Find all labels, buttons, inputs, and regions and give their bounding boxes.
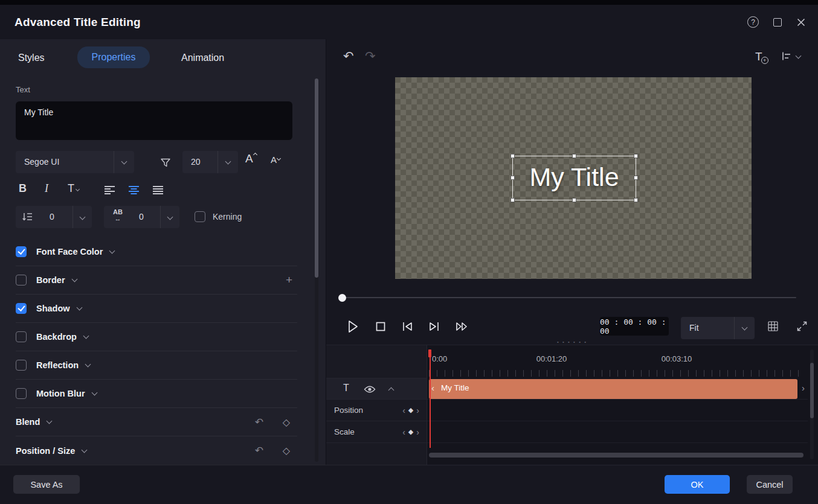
chevron-down-icon[interactable] (82, 447, 88, 453)
letter-spacing-dropdown[interactable] (160, 206, 179, 228)
font-size-dropdown[interactable] (217, 151, 238, 173)
panel-scrollbar[interactable] (315, 78, 318, 462)
kerning-checkbox[interactable] (195, 211, 205, 222)
ok-button[interactable]: OK (665, 475, 730, 494)
title-clip[interactable]: ‹ My Title › (429, 379, 797, 399)
resize-handle[interactable] (510, 176, 515, 180)
font-family-dropdown[interactable] (114, 151, 134, 173)
font-size-select[interactable]: 20 (182, 151, 238, 173)
section-reflection[interactable]: Reflection (16, 351, 297, 380)
previous-keyframe-icon[interactable]: ‹ (402, 406, 405, 415)
tab-styles[interactable]: Styles (18, 48, 45, 68)
panel-splitter-handle[interactable]: • • • • • • (326, 339, 818, 345)
section-shadow[interactable]: Shadow (16, 295, 297, 323)
align-left-button[interactable] (104, 185, 115, 195)
resize-handle[interactable] (572, 198, 576, 202)
scrollbar-thumb[interactable] (810, 363, 814, 418)
play-button[interactable] (343, 317, 362, 336)
keyframe-icon[interactable]: ◇ (283, 445, 290, 456)
tab-properties[interactable]: Properties (77, 46, 150, 68)
align-center-button[interactable] (128, 185, 140, 195)
chevron-down-icon[interactable] (71, 276, 77, 282)
previous-keyframe-icon[interactable]: ‹ (402, 428, 405, 436)
letter-spacing-control[interactable]: AB ↔ 0 (104, 206, 179, 228)
grid-toggle-icon[interactable] (767, 320, 779, 333)
resize-handle[interactable] (634, 198, 638, 202)
line-spacing-control[interactable]: 0 (16, 206, 92, 228)
section-blend[interactable]: Blend ↶ ◇ (16, 408, 297, 436)
chevron-down-icon[interactable] (91, 390, 97, 396)
timeline-vertical-scrollbar[interactable] (810, 349, 814, 459)
font-filter-icon[interactable] (157, 156, 174, 169)
scrollbar-thumb[interactable] (429, 453, 804, 458)
add-keyframe-icon[interactable]: ◆ (408, 407, 413, 413)
seek-track[interactable] (341, 297, 796, 298)
visibility-eye-icon[interactable] (364, 385, 376, 394)
text-options-button[interactable]: T (68, 182, 79, 195)
maximize-icon[interactable] (773, 18, 782, 27)
close-icon[interactable] (796, 18, 806, 27)
stop-button[interactable] (371, 317, 390, 336)
seek-handle[interactable] (338, 294, 346, 302)
scrollbar-thumb[interactable] (315, 78, 318, 278)
title-text-input[interactable]: My Title (16, 101, 292, 140)
section-border[interactable]: Border + (16, 266, 297, 295)
section-backdrop[interactable]: Backdrop (16, 323, 297, 351)
reset-icon[interactable]: ↶ (255, 416, 263, 429)
chevron-down-icon[interactable] (47, 418, 53, 424)
next-keyframe-icon[interactable]: › (416, 406, 419, 415)
chevron-down-icon[interactable] (109, 248, 115, 254)
font-face-color-checkbox[interactable] (16, 246, 27, 257)
save-as-button[interactable]: Save As (13, 475, 80, 494)
redo-icon[interactable]: ↷ (365, 49, 376, 63)
title-selection-box[interactable]: My Title (512, 156, 636, 200)
reflection-checkbox[interactable] (16, 360, 27, 371)
undo-icon[interactable]: ↶ (343, 49, 354, 63)
chevron-down-icon[interactable] (76, 305, 82, 311)
add-keyframe-icon[interactable]: ◆ (408, 429, 413, 435)
line-spacing-dropdown[interactable] (72, 206, 92, 228)
decrease-font-size-icon[interactable]: A (271, 155, 280, 165)
cancel-button[interactable]: Cancel (747, 475, 793, 494)
chevron-down-icon[interactable] (83, 333, 89, 339)
zoom-mode-dropdown[interactable] (734, 317, 755, 339)
section-position-size[interactable]: Position / Size ↶ ◇ (16, 436, 297, 465)
preview-title-text[interactable]: My Title (513, 162, 636, 192)
fast-forward-button[interactable] (452, 317, 471, 336)
timeline-horizontal-scrollbar[interactable] (429, 453, 804, 458)
bold-button[interactable]: B (19, 182, 27, 195)
text-track-icon[interactable]: T (343, 383, 349, 394)
next-keyframe-icon[interactable]: › (416, 428, 419, 436)
backdrop-checkbox[interactable] (16, 331, 27, 342)
next-frame-button[interactable] (425, 317, 444, 336)
previous-frame-button[interactable] (398, 317, 417, 336)
resize-handle[interactable] (510, 154, 515, 158)
add-text-icon[interactable]: T + (755, 50, 762, 63)
italic-button[interactable]: I (45, 182, 48, 195)
resize-handle[interactable] (510, 198, 515, 202)
keyframe-icon[interactable]: ◇ (283, 416, 290, 428)
resize-handle[interactable] (572, 154, 576, 158)
help-icon[interactable]: ? (747, 16, 759, 28)
fullscreen-icon[interactable] (796, 320, 808, 333)
align-tools-dropdown[interactable] (781, 51, 800, 61)
resize-handle[interactable] (634, 176, 638, 180)
collapse-track-icon[interactable] (388, 388, 395, 394)
section-font-face-color[interactable]: Font Face Color (16, 238, 297, 266)
reset-icon[interactable]: ↶ (255, 444, 263, 457)
zoom-mode-select[interactable]: Fit (681, 317, 755, 339)
border-checkbox[interactable] (16, 275, 27, 285)
section-motion-blur[interactable]: Motion Blur (16, 380, 297, 408)
seek-bar[interactable] (338, 293, 796, 302)
trim-right-handle[interactable]: › (802, 383, 805, 393)
increase-font-size-icon[interactable]: A (245, 152, 257, 165)
resize-handle[interactable] (634, 154, 638, 158)
motion-blur-checkbox[interactable] (16, 388, 27, 399)
align-justify-button[interactable] (152, 185, 164, 195)
tab-animation[interactable]: Animation (181, 48, 224, 68)
add-border-icon[interactable]: + (286, 273, 292, 287)
font-family-select[interactable]: Segoe UI (16, 151, 134, 173)
timeline-ruler[interactable]: 0:00 00:01:20 00:03:10 (427, 349, 808, 378)
chevron-down-icon[interactable] (85, 362, 91, 368)
playhead[interactable] (428, 349, 432, 448)
